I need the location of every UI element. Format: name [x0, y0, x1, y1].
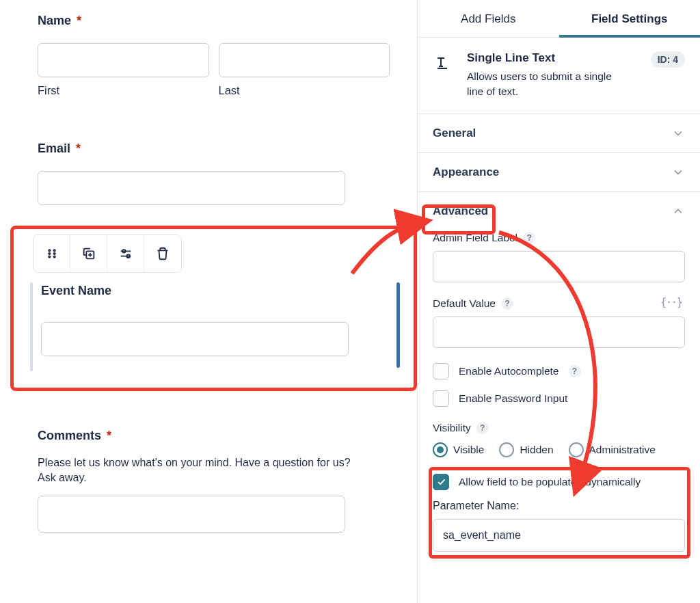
dynamic-populate-block: Allow field to be populated dynamically … — [433, 474, 685, 552]
enable-password-label: Enable Password Input — [459, 392, 567, 405]
field-type-info: Single Line Text Allows users to submit … — [418, 38, 700, 114]
parameter-name-input[interactable] — [433, 519, 685, 552]
help-icon[interactable]: ? — [523, 232, 535, 244]
enable-autocomplete-checkbox[interactable] — [433, 363, 449, 379]
svg-point-1 — [53, 250, 55, 251]
tab-field-settings[interactable]: Field Settings — [559, 0, 701, 37]
section-advanced-label: Advanced — [433, 204, 488, 218]
comments-textarea[interactable] — [38, 496, 345, 533]
duplicate-button[interactable] — [70, 235, 107, 272]
required-asterisk: * — [107, 429, 111, 443]
radio-visible[interactable] — [433, 442, 448, 457]
tab-add-fields[interactable]: Add Fields — [418, 0, 559, 37]
default-value-input[interactable] — [433, 317, 685, 348]
delete-button[interactable] — [144, 235, 181, 272]
enable-password-checkbox[interactable] — [433, 390, 449, 407]
settings-button[interactable] — [107, 235, 144, 272]
name-field: Name * First Last — [38, 14, 390, 97]
radio-hidden[interactable] — [499, 442, 514, 457]
visibility-administrative[interactable]: Administrative — [569, 442, 656, 457]
help-icon[interactable]: ? — [569, 365, 581, 377]
admin-field-label-row: Admin Field Label ? — [433, 232, 685, 282]
field-type-title: Single Line Text — [467, 51, 636, 65]
chevron-up-icon — [671, 204, 685, 218]
first-sublabel: First — [38, 84, 209, 97]
comments-label-text: Comments — [38, 429, 101, 443]
merge-tag-icon[interactable]: {··} — [660, 296, 682, 308]
duplicate-icon — [81, 246, 96, 261]
svg-point-2 — [49, 253, 50, 254]
email-label: Email * — [38, 142, 390, 156]
last-sublabel: Last — [219, 84, 390, 97]
allow-dynamic-checkbox[interactable] — [433, 474, 449, 490]
default-value-label: Default Value — [433, 297, 496, 310]
comments-field: Comments * Please let us know what's on … — [38, 429, 390, 535]
visibility-hidden[interactable]: Hidden — [499, 442, 553, 457]
event-name-field-selected[interactable]: Event Name — [10, 226, 417, 391]
sliders-icon — [118, 246, 133, 261]
section-general-label: General — [433, 126, 476, 140]
svg-point-0 — [49, 250, 50, 251]
svg-point-4 — [49, 256, 50, 257]
email-input[interactable] — [38, 171, 345, 205]
email-label-text: Email — [38, 142, 70, 156]
name-label: Name * — [38, 14, 390, 28]
section-general[interactable]: General — [418, 114, 700, 153]
visibility-options: Visible Hidden Administrative — [433, 442, 685, 457]
field-toolbar — [33, 234, 182, 273]
help-icon[interactable]: ? — [476, 422, 489, 434]
comments-hint: Please let us know what's on your mind. … — [38, 455, 359, 486]
svg-point-5 — [53, 256, 55, 257]
svg-point-3 — [53, 253, 55, 254]
event-name-input[interactable] — [41, 322, 349, 356]
admin-field-label-input[interactable] — [433, 251, 685, 282]
field-id-badge: ID: 4 — [651, 51, 685, 68]
email-field: Email * — [38, 142, 390, 205]
required-asterisk: * — [77, 14, 81, 28]
enable-password-row[interactable]: Enable Password Input — [433, 390, 685, 407]
radio-admin[interactable] — [569, 442, 584, 457]
first-name-input[interactable] — [38, 43, 209, 77]
section-advanced[interactable]: Advanced — [418, 192, 700, 224]
form-canvas: Name * First Last Email * — [0, 0, 417, 603]
text-field-icon — [433, 51, 452, 70]
required-asterisk: * — [76, 142, 81, 156]
advanced-settings-body: Admin Field Label ? Default Value ? {··}… — [418, 224, 700, 565]
allow-dynamic-label: Allow field to be populated dynamically — [459, 476, 641, 488]
name-label-text: Name — [38, 14, 71, 28]
visibility-label: Visibility — [433, 422, 471, 434]
settings-tabs: Add Fields Field Settings — [418, 0, 700, 38]
parameter-name-label: Parameter Name: — [433, 500, 685, 512]
default-value-row: Default Value ? {··} — [433, 297, 685, 348]
field-type-desc: Allows users to submit a single line of … — [467, 69, 624, 100]
section-appearance[interactable]: Appearance — [418, 153, 700, 192]
help-icon[interactable]: ? — [501, 297, 513, 310]
selection-indicator-right — [396, 282, 400, 368]
chevron-down-icon — [671, 126, 685, 140]
check-icon — [436, 477, 446, 487]
event-name-label-text: Event Name — [41, 284, 111, 298]
chevron-down-icon — [671, 165, 685, 179]
admin-field-label-text: Admin Field Label — [433, 232, 517, 244]
drag-icon — [44, 246, 59, 261]
settings-panel: Add Fields Field Settings Single Line Te… — [417, 0, 700, 603]
selection-indicator-left — [30, 282, 33, 371]
event-name-label: Event Name — [41, 284, 393, 298]
drag-handle-button[interactable] — [33, 235, 70, 272]
section-appearance-label: Appearance — [433, 165, 499, 179]
visibility-visible[interactable]: Visible — [433, 442, 484, 457]
allow-dynamic-row[interactable]: Allow field to be populated dynamically — [433, 474, 685, 490]
last-name-input[interactable] — [219, 43, 390, 77]
trash-icon — [155, 246, 170, 261]
comments-label: Comments * — [38, 429, 390, 443]
enable-autocomplete-row[interactable]: Enable Autocomplete ? — [433, 363, 685, 379]
enable-autocomplete-label: Enable Autocomplete — [459, 365, 559, 377]
